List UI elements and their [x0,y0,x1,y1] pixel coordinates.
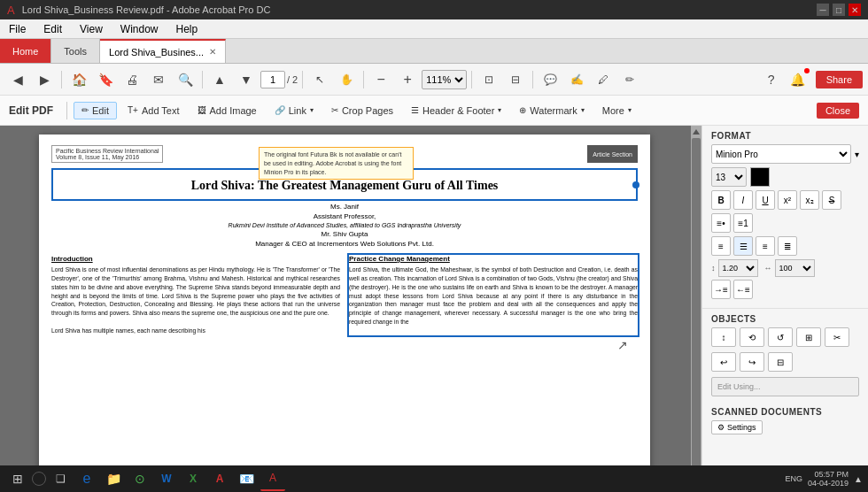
misc-icon-1[interactable]: 📧 [234,466,259,491]
help-button[interactable]: ? [759,67,784,92]
acrobat-icon[interactable]: A [207,466,232,491]
subscript-button[interactable]: x₂ [800,190,819,210]
tab-close-icon[interactable]: ✕ [209,47,216,57]
start-button[interactable]: ⊞ [5,466,30,491]
fit-page-button[interactable]: ⊡ [477,67,501,92]
explorer-icon[interactable]: 📁 [101,466,126,491]
word-icon[interactable]: W [154,466,179,491]
superscript-button[interactable]: x² [778,190,797,210]
settings-button[interactable]: ⚙ Settings [711,420,763,434]
home-button[interactable]: 🏠 [66,67,91,92]
minimize-button[interactable]: ─ [817,4,829,16]
style-buttons-row: B I U x² x₂ S [711,190,859,210]
share-button[interactable]: Share [816,71,863,88]
rotate-button[interactable]: ↺ [768,327,793,347]
separator-1 [61,71,62,88]
menu-view[interactable]: View [76,21,106,37]
indent-decrease-button[interactable]: ←≡ [733,280,753,299]
bookmark-button[interactable]: 🔖 [93,67,118,92]
bullet-list-button[interactable]: ≡• [711,213,731,233]
redo-button[interactable]: ↪ [740,352,764,372]
zoom-in-button[interactable]: + [395,67,420,92]
next-page-button[interactable]: ▼ [234,67,259,92]
arrange-button[interactable]: ↕ [711,327,736,347]
header-footer-button[interactable]: ☰ Header & Footer ▾ [404,103,508,119]
edit-button[interactable]: ✏ Edit [74,102,117,119]
pdf-author2-role: Manager & CEO at Incrementors Web Soluti… [51,240,638,248]
forward-button[interactable]: ▶ [32,67,57,92]
menu-edit[interactable]: Edit [40,21,66,37]
menu-help[interactable]: Help [173,21,202,37]
highlight-button[interactable]: ✏ [617,67,642,92]
scroll-up-arrow[interactable] [693,129,700,135]
align-right-button[interactable]: ≡ [756,236,775,256]
undo-button[interactable]: ↩ [711,352,736,372]
more-button[interactable]: More ▾ [595,103,639,119]
strikethrough-button[interactable]: S [822,190,841,210]
line-spacing-select[interactable]: 1.20 1.0 1.5 [718,259,758,277]
link-button[interactable]: 🔗 Link ▾ [267,103,321,119]
taskbar-right: ENG 05:57 PM 04-04-2019 ▲ [786,470,863,488]
pdf-active-icon[interactable]: A [260,466,285,491]
font-dropdown-arrow[interactable]: ▾ [855,150,859,159]
intro-heading: Introduction [51,255,340,263]
align-justify-button[interactable]: ≣ [778,236,797,256]
watermark-button[interactable]: ⊕ Watermark ▾ [512,103,591,119]
prev-page-button[interactable]: ▲ [207,67,232,92]
close-window-button[interactable]: ✕ [849,4,861,16]
close-button[interactable]: Close [817,103,859,119]
char-spacing-select[interactable]: 100 90 110 [775,259,815,277]
font-size-select[interactable]: 13 12 14 [711,167,747,187]
excel-icon[interactable]: X [181,466,205,491]
zoom-select[interactable]: 111% 100% 75% 150% [422,70,467,89]
align-left-button[interactable]: ≡ [711,236,731,256]
chrome-icon[interactable]: ⊙ [128,466,152,491]
notification-dot [804,68,810,73]
clip-button[interactable]: ✂ [825,327,849,347]
title-bar: A Lord Shiva_Business Review.pdf - Adobe… [0,0,868,19]
ie-icon[interactable]: e [74,466,99,491]
cortana-button[interactable] [32,472,46,486]
main-area: The original font Futura Bk is not avail… [0,126,868,492]
fit-width-button[interactable]: ⊟ [503,67,528,92]
menu-window[interactable]: Window [117,21,162,37]
back-button[interactable]: ◀ [5,67,30,92]
objects-label: OBJECTS [711,314,859,324]
group-button[interactable]: ⊞ [796,327,821,347]
bell-button[interactable]: 🔔 [786,67,810,92]
underline-button[interactable]: U [756,190,775,210]
scroll-thumb[interactable] [692,138,701,480]
tab-home[interactable]: Home [0,39,51,63]
bold-button[interactable]: B [711,190,731,210]
flip-button[interactable]: ⟲ [740,327,764,347]
font-color-picker[interactable] [750,167,770,187]
intro-text: Lord Shiva is one of most influential de… [51,265,340,335]
zoom-out-button[interactable]: − [368,67,393,92]
notification-area[interactable]: ▲ [854,474,863,484]
align-center-button[interactable]: ☰ [733,236,753,256]
comment-button[interactable]: 💬 [538,67,562,92]
search-button[interactable]: 🔍 [173,67,198,92]
italic-button[interactable]: I [733,190,753,210]
add-image-button[interactable]: 🖼 Add Image [190,103,264,119]
indent-increase-button[interactable]: →≡ [711,280,731,299]
email-button[interactable]: ✉ [146,67,171,92]
fill-sign-button[interactable]: ✍ [564,67,589,92]
taskview-button[interactable]: ❑ [48,466,73,491]
tab-document[interactable]: Lord Shiva_Busines... ✕ [100,39,226,63]
add-text-button[interactable]: T+ Add Text [120,103,187,119]
resize-handle[interactable] [632,181,639,188]
print-button[interactable]: 🖨 [120,67,144,92]
font-family-select[interactable]: Minion Pro [711,144,851,164]
maximize-button[interactable]: □ [833,4,845,16]
numbered-list-button[interactable]: ≡1 [733,213,753,233]
select-tool-button[interactable]: ↖ [307,67,332,92]
menu-file[interactable]: File [5,21,29,37]
pen-button[interactable]: 🖊 [591,67,616,92]
tab-tools[interactable]: Tools [51,39,100,63]
align-distribute-button[interactable]: ⊟ [768,352,793,372]
page-number-input[interactable] [260,71,285,88]
crop-pages-button[interactable]: ✂ Crop Pages [324,103,400,119]
objects-section: OBJECTS ↕ ⟲ ↺ ⊞ ✂ ↩ ↪ ⊟ Edit Using... [702,309,868,402]
hand-tool-button[interactable]: ✋ [334,67,359,92]
